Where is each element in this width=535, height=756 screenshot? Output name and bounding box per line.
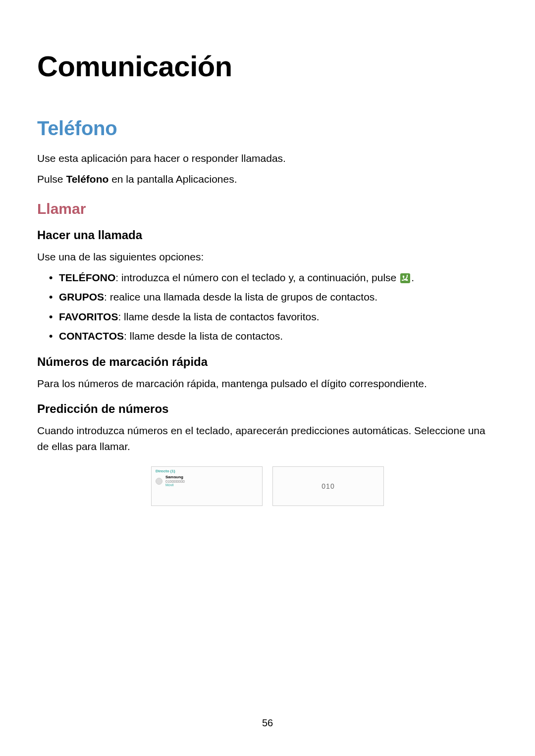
- bullet-bold: GRUPOS: [59, 291, 104, 302]
- bullet-grupos: GRUPOS: realice una llamada desde la lis…: [49, 289, 498, 305]
- ss-contact-name: Samsung: [165, 475, 185, 480]
- heading-telefono: Teléfono: [37, 117, 498, 140]
- avatar-icon: [156, 478, 162, 485]
- intro2-pre: Pulse: [37, 173, 66, 185]
- document-page: Comunicación Teléfono Use esta aplicació…: [0, 0, 535, 536]
- options-intro: Use una de las siguientes opciones:: [37, 249, 498, 265]
- heading-prediccion: Predicción de números: [37, 402, 498, 416]
- ss-contact-number: 0100000000: [165, 480, 185, 484]
- screenshot-left: Directo (1) Samsung 0100000000 Móvil: [151, 466, 263, 506]
- bullet-bold: CONTACTOS: [59, 330, 124, 342]
- intro2-post: en la pantalla Aplicaciones.: [108, 173, 237, 185]
- heading-marcacion-rapida: Números de marcación rápida: [37, 355, 498, 369]
- bullet-rest: : llame desde la lista de contactos favo…: [118, 311, 319, 322]
- ss-left-header: Directo (1): [152, 467, 262, 474]
- intro-text-1: Use esta aplicación para hacer o respond…: [37, 151, 498, 166]
- bullet-telefono: TELÉFONO: introduzca el número con el te…: [49, 270, 498, 286]
- ss-left-row: Samsung 0100000000 Móvil: [152, 474, 262, 488]
- options-list: TELÉFONO: introduzca el número con el te…: [49, 270, 498, 344]
- bullet-bold: FAVORITOS: [59, 311, 118, 322]
- bullet-contactos: CONTACTOS: llame desde la lista de conta…: [49, 328, 498, 344]
- bullet-rest: : realice una llamada desde la lista de …: [104, 291, 377, 302]
- prediction-text: Cuando introduzca números en el teclado,…: [37, 423, 498, 454]
- ss-contact-type: Móvil: [165, 483, 185, 487]
- ss-dial-number: 010: [321, 482, 334, 490]
- speed-dial-text: Para los números de marcación rápida, ma…: [37, 376, 498, 392]
- bullet-favoritos: FAVORITOS: llame desde la lista de conta…: [49, 309, 498, 325]
- screenshot-right: 010: [272, 466, 384, 506]
- intro-text-2: Pulse Teléfono en la pantalla Aplicacion…: [37, 171, 498, 187]
- heading-llamar: Llamar: [37, 201, 498, 217]
- phone-call-icon: [400, 273, 410, 283]
- bullet-rest-pre: : introduzca el número con el teclado y,…: [115, 272, 399, 283]
- page-number: 56: [262, 717, 273, 729]
- heading-hacer-llamada: Hacer una llamada: [37, 228, 498, 242]
- bullet-bold: TELÉFONO: [59, 272, 115, 283]
- bullet-rest-post: .: [411, 272, 414, 283]
- heading-comunicacion: Comunicación: [37, 50, 498, 83]
- ss-left-text: Samsung 0100000000 Móvil: [165, 475, 185, 487]
- bullet-rest: : llame desde la lista de contactos.: [124, 330, 283, 342]
- screenshots-row: Directo (1) Samsung 0100000000 Móvil 010: [37, 466, 498, 506]
- intro2-bold: Teléfono: [66, 173, 108, 185]
